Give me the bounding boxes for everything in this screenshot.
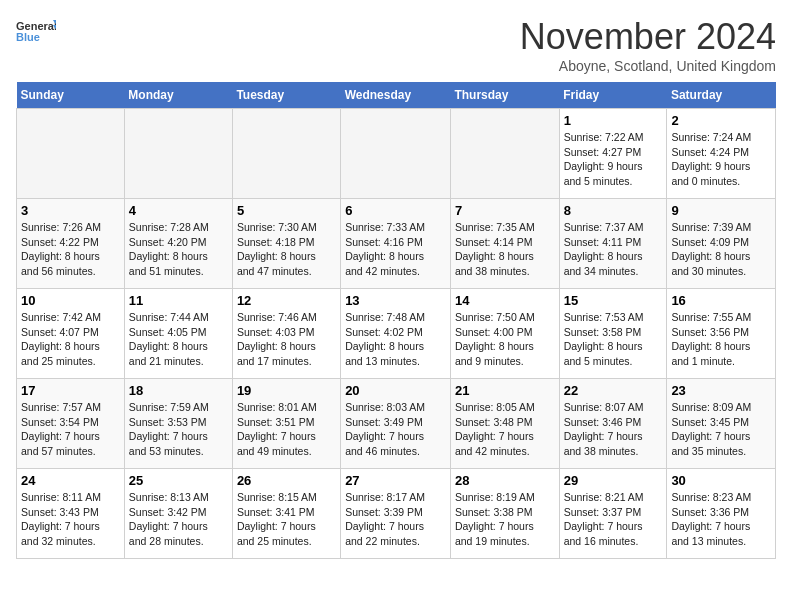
calendar-cell-w1-d1 <box>124 109 232 199</box>
day-number: 18 <box>129 383 228 398</box>
day-number: 7 <box>455 203 555 218</box>
calendar-cell-w2-d6: 9Sunrise: 7:39 AMSunset: 4:09 PMDaylight… <box>667 199 776 289</box>
weekday-header-sunday: Sunday <box>17 82 125 109</box>
day-number: 17 <box>21 383 120 398</box>
calendar-cell-w4-d2: 19Sunrise: 8:01 AMSunset: 3:51 PMDayligh… <box>232 379 340 469</box>
day-number: 11 <box>129 293 228 308</box>
day-info: Sunrise: 8:19 AMSunset: 3:38 PMDaylight:… <box>455 490 555 549</box>
day-number: 19 <box>237 383 336 398</box>
week-row-4: 17Sunrise: 7:57 AMSunset: 3:54 PMDayligh… <box>17 379 776 469</box>
logo-svg: General Blue <box>16 16 56 52</box>
calendar-cell-w2-d1: 4Sunrise: 7:28 AMSunset: 4:20 PMDaylight… <box>124 199 232 289</box>
day-number: 20 <box>345 383 446 398</box>
calendar-cell-w2-d2: 5Sunrise: 7:30 AMSunset: 4:18 PMDaylight… <box>232 199 340 289</box>
calendar-cell-w2-d5: 8Sunrise: 7:37 AMSunset: 4:11 PMDaylight… <box>559 199 667 289</box>
day-number: 13 <box>345 293 446 308</box>
day-number: 23 <box>671 383 771 398</box>
day-info: Sunrise: 7:33 AMSunset: 4:16 PMDaylight:… <box>345 220 446 279</box>
calendar-cell-w3-d0: 10Sunrise: 7:42 AMSunset: 4:07 PMDayligh… <box>17 289 125 379</box>
day-info: Sunrise: 7:26 AMSunset: 4:22 PMDaylight:… <box>21 220 120 279</box>
calendar-cell-w5-d3: 27Sunrise: 8:17 AMSunset: 3:39 PMDayligh… <box>341 469 451 559</box>
calendar-cell-w5-d0: 24Sunrise: 8:11 AMSunset: 3:43 PMDayligh… <box>17 469 125 559</box>
calendar-cell-w5-d6: 30Sunrise: 8:23 AMSunset: 3:36 PMDayligh… <box>667 469 776 559</box>
day-number: 21 <box>455 383 555 398</box>
day-info: Sunrise: 7:57 AMSunset: 3:54 PMDaylight:… <box>21 400 120 459</box>
weekday-header-thursday: Thursday <box>450 82 559 109</box>
day-number: 12 <box>237 293 336 308</box>
calendar-cell-w2-d0: 3Sunrise: 7:26 AMSunset: 4:22 PMDaylight… <box>17 199 125 289</box>
week-row-2: 3Sunrise: 7:26 AMSunset: 4:22 PMDaylight… <box>17 199 776 289</box>
day-info: Sunrise: 7:42 AMSunset: 4:07 PMDaylight:… <box>21 310 120 369</box>
calendar-cell-w4-d1: 18Sunrise: 7:59 AMSunset: 3:53 PMDayligh… <box>124 379 232 469</box>
day-number: 5 <box>237 203 336 218</box>
month-title: November 2024 <box>520 16 776 58</box>
calendar-cell-w1-d5: 1Sunrise: 7:22 AMSunset: 4:27 PMDaylight… <box>559 109 667 199</box>
day-number: 28 <box>455 473 555 488</box>
week-row-5: 24Sunrise: 8:11 AMSunset: 3:43 PMDayligh… <box>17 469 776 559</box>
day-info: Sunrise: 7:46 AMSunset: 4:03 PMDaylight:… <box>237 310 336 369</box>
day-info: Sunrise: 7:55 AMSunset: 3:56 PMDaylight:… <box>671 310 771 369</box>
day-number: 4 <box>129 203 228 218</box>
calendar-cell-w4-d5: 22Sunrise: 8:07 AMSunset: 3:46 PMDayligh… <box>559 379 667 469</box>
day-info: Sunrise: 8:17 AMSunset: 3:39 PMDaylight:… <box>345 490 446 549</box>
calendar-table: SundayMondayTuesdayWednesdayThursdayFrid… <box>16 82 776 559</box>
day-info: Sunrise: 8:01 AMSunset: 3:51 PMDaylight:… <box>237 400 336 459</box>
calendar-cell-w3-d4: 14Sunrise: 7:50 AMSunset: 4:00 PMDayligh… <box>450 289 559 379</box>
day-info: Sunrise: 8:15 AMSunset: 3:41 PMDaylight:… <box>237 490 336 549</box>
day-info: Sunrise: 7:28 AMSunset: 4:20 PMDaylight:… <box>129 220 228 279</box>
day-info: Sunrise: 8:21 AMSunset: 3:37 PMDaylight:… <box>564 490 663 549</box>
weekday-header-wednesday: Wednesday <box>341 82 451 109</box>
svg-text:Blue: Blue <box>16 31 40 43</box>
week-row-1: 1Sunrise: 7:22 AMSunset: 4:27 PMDaylight… <box>17 109 776 199</box>
calendar-cell-w3-d5: 15Sunrise: 7:53 AMSunset: 3:58 PMDayligh… <box>559 289 667 379</box>
day-number: 16 <box>671 293 771 308</box>
day-number: 25 <box>129 473 228 488</box>
day-info: Sunrise: 7:48 AMSunset: 4:02 PMDaylight:… <box>345 310 446 369</box>
day-info: Sunrise: 7:53 AMSunset: 3:58 PMDaylight:… <box>564 310 663 369</box>
weekday-header-tuesday: Tuesday <box>232 82 340 109</box>
calendar-cell-w2-d4: 7Sunrise: 7:35 AMSunset: 4:14 PMDaylight… <box>450 199 559 289</box>
day-number: 30 <box>671 473 771 488</box>
calendar-cell-w4-d6: 23Sunrise: 8:09 AMSunset: 3:45 PMDayligh… <box>667 379 776 469</box>
day-info: Sunrise: 8:23 AMSunset: 3:36 PMDaylight:… <box>671 490 771 549</box>
day-info: Sunrise: 7:37 AMSunset: 4:11 PMDaylight:… <box>564 220 663 279</box>
calendar-cell-w5-d2: 26Sunrise: 8:15 AMSunset: 3:41 PMDayligh… <box>232 469 340 559</box>
day-info: Sunrise: 8:07 AMSunset: 3:46 PMDaylight:… <box>564 400 663 459</box>
day-number: 10 <box>21 293 120 308</box>
calendar-cell-w3-d1: 11Sunrise: 7:44 AMSunset: 4:05 PMDayligh… <box>124 289 232 379</box>
day-info: Sunrise: 7:44 AMSunset: 4:05 PMDaylight:… <box>129 310 228 369</box>
svg-text:General: General <box>16 20 56 32</box>
calendar-cell-w1-d2 <box>232 109 340 199</box>
calendar-cell-w1-d3 <box>341 109 451 199</box>
calendar-cell-w5-d1: 25Sunrise: 8:13 AMSunset: 3:42 PMDayligh… <box>124 469 232 559</box>
calendar-cell-w3-d6: 16Sunrise: 7:55 AMSunset: 3:56 PMDayligh… <box>667 289 776 379</box>
weekday-header-monday: Monday <box>124 82 232 109</box>
day-info: Sunrise: 8:03 AMSunset: 3:49 PMDaylight:… <box>345 400 446 459</box>
calendar-cell-w1-d4 <box>450 109 559 199</box>
day-number: 27 <box>345 473 446 488</box>
calendar-cell-w5-d4: 28Sunrise: 8:19 AMSunset: 3:38 PMDayligh… <box>450 469 559 559</box>
day-number: 8 <box>564 203 663 218</box>
calendar-cell-w1-d0 <box>17 109 125 199</box>
weekday-header-friday: Friday <box>559 82 667 109</box>
day-number: 29 <box>564 473 663 488</box>
calendar-cell-w2-d3: 6Sunrise: 7:33 AMSunset: 4:16 PMDaylight… <box>341 199 451 289</box>
day-number: 1 <box>564 113 663 128</box>
day-info: Sunrise: 7:30 AMSunset: 4:18 PMDaylight:… <box>237 220 336 279</box>
day-number: 15 <box>564 293 663 308</box>
day-info: Sunrise: 7:24 AMSunset: 4:24 PMDaylight:… <box>671 130 771 189</box>
day-info: Sunrise: 8:05 AMSunset: 3:48 PMDaylight:… <box>455 400 555 459</box>
week-row-3: 10Sunrise: 7:42 AMSunset: 4:07 PMDayligh… <box>17 289 776 379</box>
day-info: Sunrise: 8:13 AMSunset: 3:42 PMDaylight:… <box>129 490 228 549</box>
day-number: 3 <box>21 203 120 218</box>
calendar-cell-w4-d3: 20Sunrise: 8:03 AMSunset: 3:49 PMDayligh… <box>341 379 451 469</box>
day-number: 22 <box>564 383 663 398</box>
calendar-cell-w4-d4: 21Sunrise: 8:05 AMSunset: 3:48 PMDayligh… <box>450 379 559 469</box>
weekday-header-saturday: Saturday <box>667 82 776 109</box>
day-info: Sunrise: 8:09 AMSunset: 3:45 PMDaylight:… <box>671 400 771 459</box>
day-number: 26 <box>237 473 336 488</box>
weekday-header-row: SundayMondayTuesdayWednesdayThursdayFrid… <box>17 82 776 109</box>
title-area: November 2024 Aboyne, Scotland, United K… <box>520 16 776 74</box>
day-number: 2 <box>671 113 771 128</box>
calendar-cell-w5-d5: 29Sunrise: 8:21 AMSunset: 3:37 PMDayligh… <box>559 469 667 559</box>
